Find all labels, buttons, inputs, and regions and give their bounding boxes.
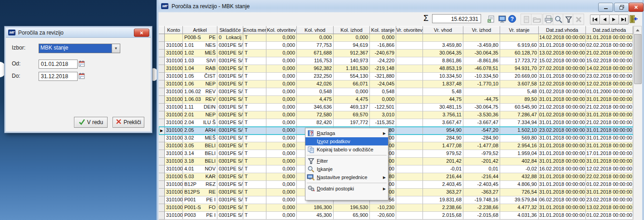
row-selector[interactable] [159,73,165,80]
exit-door-icon[interactable] [628,14,639,24]
table-cell[interactable]: 60.545,90 [500,104,539,111]
table-cell[interactable]: -0,02 [500,165,539,173]
table-cell[interactable]: 0,000 [266,96,297,104]
table-cell[interactable]: -1.770,10 [463,80,500,88]
ok-button[interactable]: V redu [74,117,108,128]
table-cell[interactable]: 01.02.2018 00:00:00 [586,181,633,189]
table-cell[interactable]: 15.02.2018 00:00:00 [539,57,586,65]
table-cell[interactable]: 31.01.2018 00:00:00 [586,96,633,104]
table-cell[interactable]: 10.334,50 [423,73,463,80]
table-cell[interactable]: 232,250 [297,73,334,80]
table-cell[interactable] [396,65,423,73]
table-cell[interactable]: T [243,150,266,158]
table-cell[interactable]: 197,772 [334,119,370,127]
table-row[interactable]: 3101003.14BELI0301PE S/T0,00000979,52-97… [159,150,642,158]
table-cell[interactable]: 01.02.2018 00:00:00 [539,111,586,119]
table-cell[interactable] [396,173,423,181]
table-cell[interactable] [396,150,423,158]
table-cell[interactable]: 310100 [165,104,183,111]
table-cell[interactable]: T [243,196,266,204]
scroll-up-icon[interactable] [634,26,642,35]
table-cell[interactable]: P001-SFO [183,204,217,212]
column-header-1[interactable]: Konto [165,26,183,34]
row-selector[interactable] [159,34,165,42]
table-cell[interactable]: -24,045 [370,80,396,88]
restore-icon[interactable] [614,3,629,12]
table-cell[interactable]: 310100 [165,173,183,181]
table-cell[interactable]: 2.04ILU Š [183,119,217,127]
last-icon[interactable] [619,15,629,25]
table-row[interactable]: 310100B12PSRE0301PE S/T0,00000363,27-363… [159,189,642,196]
table-cell[interactable]: 94,619 [334,42,370,50]
table-cell[interactable]: B12PREZ [183,181,217,189]
table-cell[interactable] [396,80,423,88]
row-selector[interactable]: ▶ [159,127,165,135]
table-cell[interactable]: -201,42 [463,158,500,165]
column-header-2[interactable]: Artikel [183,26,217,34]
table-cell[interactable]: 0,000 [370,96,396,104]
column-header-3[interactable]: Skladišče [217,26,243,34]
table-cell[interactable]: 0,000 [266,104,297,111]
table-cell[interactable] [396,119,423,127]
table-cell[interactable]: -24,220 [370,57,396,65]
table-cell[interactable]: 0,000 [266,73,297,80]
table-cell[interactable] [396,127,423,135]
table-cell[interactable] [396,73,423,80]
table-cell[interactable]: 1.06.02REV [183,88,217,96]
table-cell[interactable]: 31.01.2018 00:00:00 [539,142,586,150]
table-cell[interactable]: 0,000 [266,189,297,196]
od-date-field[interactable]: 01.01.2018 [39,60,78,69]
table-cell[interactable]: T [243,119,266,127]
table-cell[interactable]: -30.064,35 [463,50,500,57]
table-cell[interactable]: 346,636 [297,104,334,111]
table-cell[interactable]: 0301PE S/ [217,135,243,142]
table-cell[interactable]: T [243,65,266,73]
table-cell[interactable]: 5,48 [500,88,539,96]
table-cell[interactable]: 310100 [165,150,183,158]
table-cell[interactable]: 1.03SIVI [183,57,217,65]
table-cell[interactable]: 1.01NES [183,42,217,50]
table-cell[interactable]: 0301PE S/ [217,204,243,212]
table-cell[interactable]: 31.01.2018 00:00:00 [539,181,586,189]
table-cell[interactable]: T [243,158,266,165]
table-cell[interactable]: 0,000 [266,165,297,173]
table-cell[interactable]: 69,570 [334,111,370,119]
table-cell[interactable]: 1.06NEP [183,80,217,88]
table-cell[interactable]: 3.667,47 [423,119,463,127]
table-cell[interactable]: 2.05ARH [183,127,217,135]
table-cell[interactable]: 0301PE S/ [217,57,243,65]
table-cell[interactable]: -3.667,47 [463,119,500,127]
table-cell[interactable]: 979,52 [423,150,463,158]
table-row[interactable]: 3101003.05BELI0301PE S/T0,000001.477,08-… [159,142,642,150]
table-cell[interactable]: P008-SPE [183,34,217,42]
table-row[interactable]: P008-SPE0LokacijT0,0000,0000,0000,00014.… [159,34,642,42]
table-cell[interactable]: 3.18BELI [183,158,217,165]
table-cell[interactable]: 16.02.2018 00:00:00 [539,165,586,173]
table-cell[interactable]: 0301PE S/ [217,181,243,189]
table-row[interactable]: 310100B12PREZ0301PE S/T0,000002.403,45-2… [159,181,642,189]
table-cell[interactable] [396,196,423,204]
table-cell[interactable]: 954,90 [423,127,463,135]
table-cell[interactable]: 31.01.2018 00:00:00 [539,204,586,212]
table-cell[interactable]: T [243,50,266,57]
table-cell[interactable]: 12.02.2018 00:00:00 [586,80,633,88]
table-cell[interactable]: 310100 [165,189,183,196]
table-cell[interactable]: -20,600 [370,212,396,220]
table-cell[interactable]: 30.481,15 [423,104,463,111]
table-cell[interactable]: 31.01.2018 00:00:00 [539,189,586,196]
table-cell[interactable]: -10,230 [370,204,396,212]
table-cell[interactable]: T [243,142,266,150]
table-cell[interactable]: 0,000 [334,34,370,42]
table-cell[interactable]: 4,475 [334,96,370,104]
table-cell[interactable]: 0301PE S/ [217,104,243,111]
table-cell[interactable]: T [243,127,266,135]
table-cell[interactable]: 31.01.2018 00:00:00 [586,34,633,42]
table-cell[interactable]: 5,48 [423,88,463,96]
table-cell[interactable]: 1.04RAB [183,65,217,73]
table-cell[interactable]: 7.286,47 [500,111,539,119]
table-cell[interactable]: -216,44 [463,173,500,181]
table-cell[interactable]: 0301PE S/ [217,80,243,88]
table-row[interactable]: 3101003.02MEŠ0301PE S/T0,00000284,90-284… [159,135,642,142]
table-cell[interactable]: 0,000 [266,34,297,42]
table-cell[interactable] [396,111,423,119]
